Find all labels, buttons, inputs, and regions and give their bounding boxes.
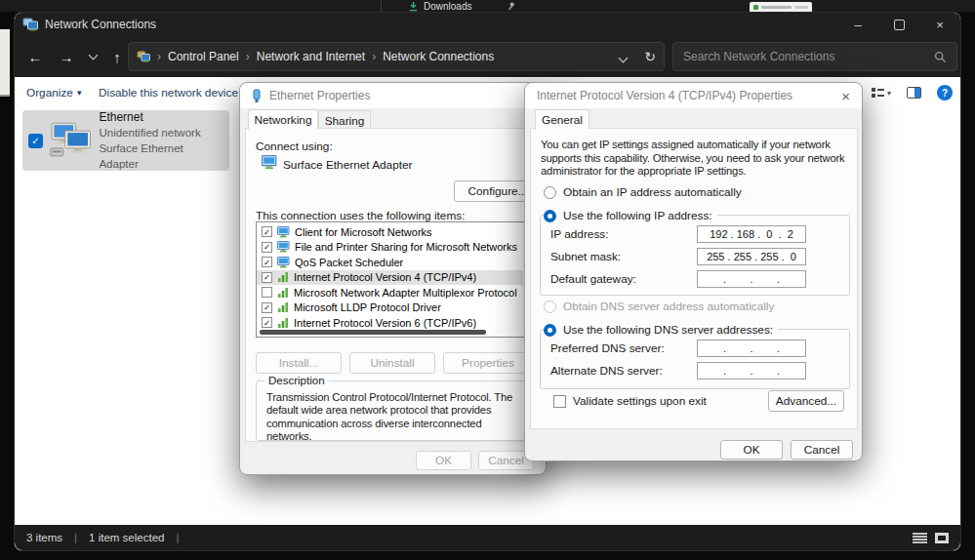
- help-button[interactable]: ?: [937, 85, 953, 100]
- install-button[interactable]: Install...: [256, 352, 342, 374]
- recent-locations-button[interactable]: [83, 44, 102, 69]
- back-button[interactable]: ←: [22, 44, 48, 69]
- connection-item[interactable]: ✓File and Printer Sharing for Microsoft …: [257, 240, 532, 256]
- minimize-button[interactable]: –: [837, 13, 878, 36]
- close-icon[interactable]: ×: [841, 89, 850, 103]
- item-label: Internet Protocol Version 4 (TCP/IPv4): [294, 271, 476, 283]
- organize-menu[interactable]: Organize ▾: [26, 77, 81, 108]
- item-checkbox[interactable]: ✓: [262, 257, 272, 267]
- connection-item[interactable]: ✓Internet Protocol Version 6 (TCP/IPv6): [257, 315, 532, 331]
- item-label: Microsoft LLDP Protocol Driver: [294, 301, 441, 313]
- protocol-icon: [277, 317, 289, 329]
- disable-device-button[interactable]: Disable this network device: [99, 77, 238, 108]
- client-icon: [277, 226, 290, 238]
- desktop: Downloads Network Connections – ×: [0, 0, 975, 560]
- description-group: Description Transmission Control Protoco…: [256, 380, 533, 441]
- forward-button[interactable]: →: [54, 44, 79, 69]
- radio-icon: [544, 300, 556, 313]
- mini-window-icon: [753, 5, 758, 10]
- breadcrumb-network-connections[interactable]: Network Connections: [383, 50, 494, 63]
- address-dropdown-button[interactable]: [620, 48, 627, 65]
- dialog-titlebar[interactable]: Ethernet Properties: [240, 83, 546, 108]
- item-checkbox[interactable]: ✓: [262, 242, 272, 253]
- ip-address-row: IP address: 192 . 168 . 0 . 2: [550, 225, 833, 243]
- tab-divider: [381, 0, 382, 12]
- radio-icon: [544, 186, 556, 199]
- intro-text: You can get IP settings assigned automat…: [541, 139, 855, 179]
- ethernet-properties-dialog: Ethernet Properties Networking Sharing C…: [239, 82, 547, 475]
- ethernet-connection-item[interactable]: ✓ Ethernet Unidentified network S: [22, 110, 229, 171]
- connection-item[interactable]: ✓QoS Packet Scheduler: [257, 255, 532, 270]
- selected-checkbox[interactable]: ✓: [28, 134, 43, 148]
- maximize-button[interactable]: [878, 13, 919, 36]
- horizontal-scrollbar[interactable]: [260, 330, 486, 335]
- details-view-button[interactable]: [913, 533, 927, 543]
- validate-settings-checkbox-row[interactable]: Validate settings upon exit: [553, 393, 711, 409]
- breadcrumb-separator: ›: [157, 50, 161, 63]
- close-button[interactable]: ×: [919, 13, 960, 36]
- ipv4-properties-dialog: Internet Protocol Version 4 (TCP/IPv4) P…: [524, 82, 863, 461]
- window-titlebar[interactable]: Network Connections – ×: [15, 13, 960, 36]
- connection-items-listbox[interactable]: ✓Client for Microsoft Networks✓File and …: [256, 221, 533, 338]
- address-bar[interactable]: › Control Panel › Network and Internet ›…: [128, 42, 665, 71]
- radio-label: Obtain DNS server address automatically: [563, 300, 774, 313]
- radio-use-dns[interactable]: Use the following DNS server addresses:: [544, 322, 778, 338]
- radio-obtain-dns[interactable]: Obtain DNS server address automatically: [544, 299, 779, 314]
- connection-item[interactable]: Microsoft Network Adapter Multiplexor Pr…: [257, 285, 532, 300]
- item-checkbox[interactable]: ✓: [262, 317, 272, 328]
- organize-label: Organize: [26, 86, 73, 100]
- alternate-dns-label: Alternate DNS server:: [550, 364, 663, 378]
- ok-button[interactable]: OK: [416, 451, 471, 470]
- subnet-mask-label: Subnet mask:: [550, 250, 621, 263]
- item-checkbox[interactable]: [262, 287, 272, 298]
- tab-networking[interactable]: Networking: [248, 109, 318, 130]
- radio-label: Use the following IP address:: [563, 209, 712, 222]
- radio-obtain-ip[interactable]: Obtain an IP address automatically: [544, 184, 747, 200]
- ethernet-adapter-icon: [49, 122, 93, 159]
- connection-status: Unidentified network: [99, 125, 223, 140]
- item-label: Internet Protocol Version 6 (TCP/IPv6): [294, 317, 476, 329]
- change-view-button[interactable]: ▾: [871, 87, 891, 99]
- connection-item[interactable]: ✓Microsoft LLDP Protocol Driver: [257, 300, 532, 316]
- tab-general[interactable]: General: [535, 109, 589, 130]
- dropdown-icon: ▾: [77, 88, 82, 98]
- description-text: Transmission Control Protocol/Internet P…: [266, 391, 524, 444]
- status-bar: 3 items | 1 item selected |: [15, 525, 960, 550]
- icons-view-button[interactable]: [935, 533, 949, 543]
- dialog-titlebar[interactable]: Internet Protocol Version 4 (TCP/IPv4) P…: [525, 83, 862, 108]
- search-box[interactable]: Search Network Connections: [672, 42, 957, 71]
- cancel-button[interactable]: Cancel: [791, 440, 853, 460]
- tab-sharing[interactable]: Sharing: [318, 110, 371, 130]
- alternate-dns-field[interactable]: . . .: [697, 362, 806, 380]
- client-icon: [277, 257, 290, 268]
- item-checkbox[interactable]: ✓: [262, 302, 272, 313]
- checkbox-icon[interactable]: [553, 395, 566, 408]
- refresh-button[interactable]: ↻: [644, 49, 656, 64]
- item-checkbox[interactable]: ✓: [262, 226, 272, 237]
- breadcrumb-network-and-internet[interactable]: Network and Internet: [257, 50, 365, 63]
- preferred-dns-field[interactable]: . . .: [697, 340, 806, 357]
- advanced-button[interactable]: Advanced...: [768, 390, 844, 412]
- selection-count: 1 item selected: [89, 532, 164, 543]
- breadcrumb-control-panel[interactable]: Control Panel: [168, 50, 239, 63]
- radio-use-ip[interactable]: Use the following IP address:: [544, 208, 717, 223]
- search-placeholder: Search Network Connections: [683, 50, 834, 63]
- up-button[interactable]: ↑: [104, 44, 130, 69]
- properties-button[interactable]: Properties: [443, 352, 533, 374]
- subnet-mask-field[interactable]: 255 . 255 . 255 . 0: [697, 248, 806, 265]
- item-checkbox[interactable]: ✓: [262, 272, 272, 283]
- connection-adapter: Surface Ethernet Adapter: [99, 140, 223, 172]
- connection-item[interactable]: ✓Client for Microsoft Networks: [257, 224, 532, 240]
- adapter-icon: [262, 155, 277, 170]
- ok-button[interactable]: OK: [720, 440, 783, 460]
- pin-icon[interactable]: [506, 1, 516, 12]
- downloads-button[interactable]: Downloads: [408, 0, 471, 12]
- breadcrumb-separator: ›: [246, 50, 250, 63]
- connection-items-caption: This connection uses the following items…: [256, 209, 465, 222]
- default-gateway-field[interactable]: . . .: [697, 270, 806, 288]
- ip-address-field[interactable]: 192 . 168 . 0 . 2: [697, 225, 806, 243]
- preview-pane-button[interactable]: [907, 87, 921, 99]
- mini-window-title: [761, 6, 792, 9]
- connection-item[interactable]: ✓Internet Protocol Version 4 (TCP/IPv4): [257, 270, 532, 286]
- uninstall-button[interactable]: Uninstall: [349, 352, 435, 374]
